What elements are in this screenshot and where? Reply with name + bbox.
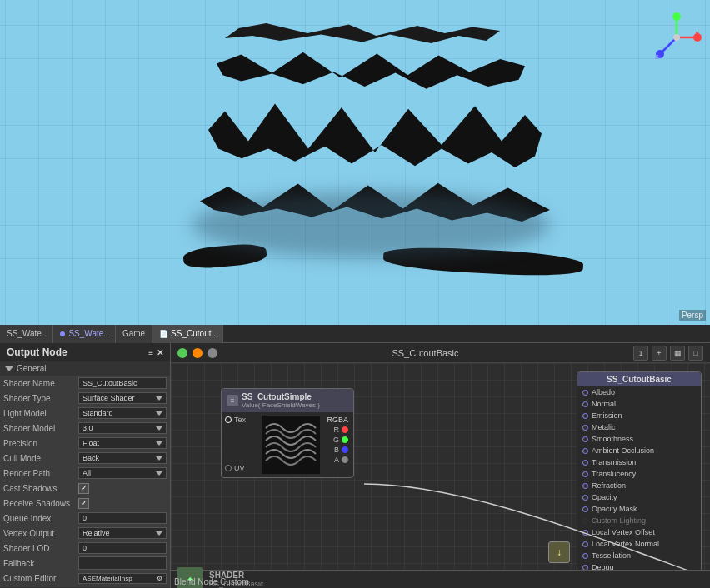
output-dot-opacity[interactable] bbox=[582, 495, 588, 501]
output-panel-header: SS_CutoutBasic bbox=[578, 372, 701, 386]
tab-ss-water-2[interactable]: SS_Wate.. bbox=[53, 325, 115, 343]
precision-row: Precision Float bbox=[0, 436, 170, 451]
cast-shadows-checkbox[interactable]: ✓ bbox=[78, 483, 89, 494]
node-input-tex: Tex bbox=[225, 416, 258, 424]
node-graph-actions: 1 + ▦ □ bbox=[633, 346, 703, 361]
node-graph-bg[interactable]: ≡ SS_CutoutSimple Value( FaceShieldWaves… bbox=[171, 363, 710, 588]
tab-game[interactable]: Game bbox=[116, 325, 152, 343]
node-preview bbox=[262, 416, 320, 474]
node-output-a: A bbox=[334, 456, 348, 464]
receive-shadows-checkbox[interactable]: ✓ bbox=[78, 498, 89, 509]
triangle-icon bbox=[5, 366, 13, 371]
shader-lod-row: Shader LOD 0 bbox=[0, 541, 170, 556]
tab-ss-cutout[interactable]: 📄 SS_Cutout.. bbox=[152, 325, 223, 343]
tab-ss-water-1[interactable]: SS_Wate.. bbox=[0, 325, 53, 343]
light-model-row: Light Model Standard bbox=[0, 406, 170, 421]
node-output-b: B bbox=[334, 446, 348, 454]
tab-modified-dot bbox=[60, 331, 65, 336]
output-row-opacity-mask: Opacity Mask bbox=[578, 503, 701, 515]
output-dot-opacity-mask[interactable] bbox=[582, 506, 588, 512]
tab-bar: SS_Wate.. SS_Wate.. Game 📄 SS_Cutout.. bbox=[0, 325, 710, 343]
node-box-ss-cutout-simple[interactable]: ≡ SS_CutoutSimple Value( FaceShieldWaves… bbox=[221, 388, 354, 478]
output-dot-metalic[interactable] bbox=[582, 425, 588, 431]
receive-shadows-row: Receive Shadows ✓ bbox=[0, 496, 170, 511]
output-row-translucency: Translucency bbox=[578, 468, 701, 480]
cull-mode-dropdown-arrow bbox=[156, 456, 162, 461]
panel-content: Output Node ≡ ✕ General Shader Name SS_C… bbox=[0, 343, 710, 588]
node-header-icon: ≡ bbox=[227, 395, 238, 406]
panel-title: Output Node ≡ ✕ bbox=[0, 343, 170, 361]
output-row-vertex-normal: Local Vertex Normal bbox=[578, 538, 701, 550]
node-output-r: R bbox=[334, 426, 349, 434]
cast-shadows-row: Cast Shadows ✓ bbox=[0, 481, 170, 496]
action-btn-plus[interactable]: + bbox=[652, 346, 667, 361]
persp-label: Persp bbox=[679, 310, 706, 321]
shape-group bbox=[0, 0, 710, 325]
shader-type-row: Shader Type Surface Shader bbox=[0, 391, 170, 406]
svg-text:Z: Z bbox=[655, 53, 659, 61]
rgba-label: RGBA bbox=[327, 416, 348, 424]
output-row-emission: Emission bbox=[578, 410, 701, 421]
output-dot-tessellation[interactable] bbox=[582, 553, 588, 559]
viewport-3d: X Y Z Persp bbox=[0, 0, 710, 325]
output-dot-b[interactable] bbox=[342, 446, 348, 453]
render-path-dropdown-arrow bbox=[156, 471, 162, 476]
output-row-opacity: Opacity bbox=[578, 491, 701, 503]
tab-file-icon: 📄 bbox=[159, 330, 168, 338]
node-body: Tex UV bbox=[222, 412, 353, 477]
output-node-panel: SS_CutoutBasic Albedo Normal Emission bbox=[577, 371, 702, 574]
output-dot-vertex-offset[interactable] bbox=[582, 530, 588, 536]
custom-editor-row: Custom Editor ASEMaterialInsp ⚙ bbox=[0, 571, 170, 586]
center-panel: SS_CutoutBasic 1 + ▦ □ ≡ SS_CutoutSimple bbox=[171, 343, 710, 588]
action-btn-max[interactable]: □ bbox=[688, 346, 703, 361]
precision-dropdown-arrow bbox=[156, 441, 162, 446]
shader-name-row: Shader Name SS_CutoutBasic bbox=[0, 376, 170, 391]
panel-close-icon[interactable]: ✕ bbox=[157, 348, 163, 357]
toolbar-green-circle[interactable] bbox=[178, 348, 188, 358]
status-bar: ✦ SHADER SS_CutoutBasic Blend Node Custo… bbox=[171, 570, 710, 588]
output-dot-a[interactable] bbox=[342, 456, 348, 463]
input-dot-tex[interactable] bbox=[225, 416, 232, 423]
action-btn-1[interactable]: 1 bbox=[633, 346, 648, 361]
svg-text:Y: Y bbox=[674, 15, 679, 22]
output-row-ao: Ambient Occlusion bbox=[578, 445, 701, 456]
svg-text:X: X bbox=[695, 30, 700, 37]
toolbar-orange-circle[interactable] bbox=[192, 348, 202, 358]
custom-editor-settings-icon[interactable]: ⚙ bbox=[157, 575, 162, 582]
output-dot-custom-lighting[interactable] bbox=[582, 518, 588, 524]
output-row-transmission: Transmission bbox=[578, 456, 701, 468]
output-dot-vertex-normal[interactable] bbox=[582, 541, 588, 547]
panel-expand-icon[interactable]: ≡ bbox=[148, 348, 153, 357]
light-model-dropdown-arrow bbox=[156, 411, 162, 416]
shadow-overlay bbox=[192, 192, 550, 258]
shader-model-dropdown-arrow bbox=[156, 426, 162, 431]
output-dot-ao[interactable] bbox=[582, 448, 588, 454]
output-dot-transmission[interactable] bbox=[582, 460, 588, 466]
general-section-header[interactable]: General bbox=[0, 361, 170, 376]
toolbar-gray-circle[interactable] bbox=[208, 348, 218, 358]
output-dot-smoothness[interactable] bbox=[582, 436, 588, 442]
output-dot-normal[interactable] bbox=[582, 401, 588, 407]
output-row-normal: Normal bbox=[578, 398, 701, 410]
cull-mode-row: Cull Mode Back bbox=[0, 451, 170, 466]
output-dot-refraction[interactable] bbox=[582, 483, 588, 489]
axis-widget: X Y Z bbox=[652, 12, 702, 62]
render-path-row: Render Path All bbox=[0, 466, 170, 481]
output-dot-albedo[interactable] bbox=[582, 390, 588, 396]
left-panel: Output Node ≡ ✕ General Shader Name SS_C… bbox=[0, 343, 171, 588]
input-dot-uv[interactable] bbox=[225, 465, 232, 471]
output-dot-translucency[interactable] bbox=[582, 471, 588, 477]
output-row-vertex-offset: Local Vertex Offset bbox=[578, 526, 701, 538]
output-row-smoothness: Smoothness bbox=[578, 433, 701, 445]
blend-node-label: Blend Node Custom bbox=[174, 577, 249, 586]
vertex-output-row: Vertex Output Relative bbox=[0, 526, 170, 541]
shape-3 bbox=[208, 100, 542, 175]
fallback-row: Fallback bbox=[0, 556, 170, 571]
action-btn-grid[interactable]: ▦ bbox=[670, 346, 685, 361]
download-button[interactable]: ↓ bbox=[548, 541, 570, 563]
output-dot-r[interactable] bbox=[342, 426, 348, 433]
output-dot-g[interactable] bbox=[342, 436, 348, 443]
output-dot-emission[interactable] bbox=[582, 413, 588, 419]
node-header: ≡ SS_CutoutSimple Value( FaceShieldWaves… bbox=[222, 389, 353, 412]
node-output-g: G bbox=[333, 436, 348, 444]
